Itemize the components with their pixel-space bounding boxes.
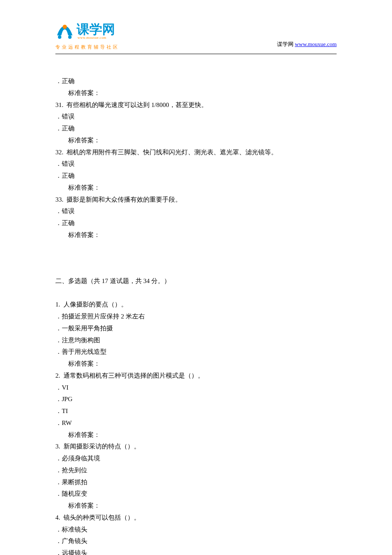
q33: 33. 摄影是新闻和大众传播有效的重要手段。: [55, 194, 337, 206]
mc-q1-d: ．善于用光线造型: [55, 346, 337, 358]
logo-tagline: 专业远程教育辅导社区: [55, 43, 119, 51]
mc-q1-a: ．拍摄近景照片应保持 2 米左右: [55, 311, 337, 323]
mc-q2: 2. 通常数码相机有三种可供选择的图片模式是（）。: [55, 370, 337, 382]
q32: 32. 相机的常用附件有三脚架、快门线和闪光灯、测光表、遮光罩、滤光镜等。: [55, 147, 337, 159]
mc-q4: 4. 镜头的种类可以包括（）。: [55, 512, 337, 524]
mc-q4-c: ．远摄镜头: [55, 547, 337, 555]
site-link[interactable]: www.mouxue.com: [295, 41, 337, 47]
mc-q2-c: ．TI: [55, 405, 337, 417]
document-body: ．正确 标准答案： 31. 有些相机的曝光速度可以达到 1/8000，甚至更快。…: [55, 75, 337, 555]
q32-wrong: ．错误: [55, 158, 337, 170]
answer-label: 标准答案：: [55, 429, 337, 441]
tf-orphan-correct: ．正确: [55, 75, 337, 87]
header-divider: [55, 54, 337, 54]
logo-icon: [55, 24, 74, 40]
mc-q3-c: ．果断抓拍: [55, 477, 337, 489]
q33-correct: ．正确: [55, 217, 337, 229]
mc-q2-d: ．RW: [55, 417, 337, 429]
page-header: 课学网 www.mouxue.com 专业远程教育辅导社区 谋学网 www.mo…: [55, 26, 337, 51]
answer-label: 标准答案：: [55, 135, 337, 147]
document-page: 课学网 www.mouxue.com 专业远程教育辅导社区 谋学网 www.mo…: [0, 0, 392, 555]
mc-q1-b: ．一般采用平角拍摄: [55, 323, 337, 335]
answer-label: 标准答案：: [55, 500, 337, 512]
mc-q3: 3. 新闻摄影采访的特点（）。: [55, 441, 337, 453]
q31: 31. 有些相机的曝光速度可以达到 1/8000，甚至更快。: [55, 99, 337, 111]
q32-correct: ．正确: [55, 170, 337, 182]
mc-q4-a: ．标准镜头: [55, 524, 337, 536]
svg-point-1: [58, 35, 61, 39]
answer-label: 标准答案：: [55, 182, 337, 194]
q31-wrong: ．错误: [55, 111, 337, 123]
q31-correct: ．正确: [55, 123, 337, 135]
mc-q3-a: ．必须身临其境: [55, 453, 337, 465]
mc-q2-b: ．JPG: [55, 393, 337, 405]
answer-label: 标准答案：: [55, 87, 337, 99]
mc-q4-b: ．广角镜头: [55, 535, 337, 547]
answer-label: 标准答案：: [55, 229, 337, 241]
section-heading: 二、多选题（共 17 道试题，共 34 分。）: [55, 275, 337, 287]
site-logo: 课学网 www.mouxue.com 专业远程教育辅导社区: [55, 23, 119, 51]
mc-q1-c: ．注意均衡构图: [55, 335, 337, 347]
q33-wrong: ．错误: [55, 205, 337, 217]
mc-q3-b: ．抢先到位: [55, 465, 337, 477]
answer-label: 标准答案：: [55, 358, 337, 370]
logo-text: 课学网: [77, 23, 115, 36]
mc-q2-a: ．VI: [55, 382, 337, 394]
svg-point-2: [68, 35, 72, 39]
site-reference: 谋学网 www.mouxue.com: [277, 39, 337, 51]
svg-point-0: [63, 25, 67, 29]
site-label: 谋学网: [277, 41, 294, 47]
mc-q1: 1. 人像摄影的要点（）。: [55, 299, 337, 311]
mc-q3-d: ．随机应变: [55, 488, 337, 500]
